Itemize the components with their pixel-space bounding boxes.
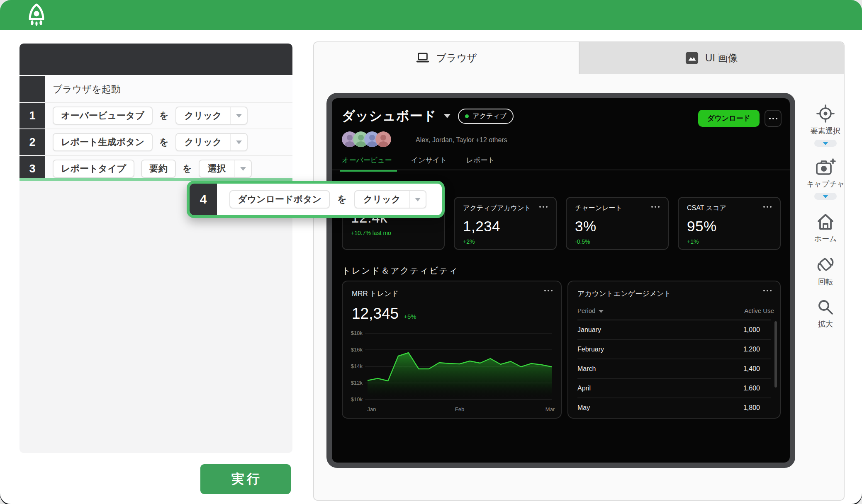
rocket-logo-icon: [25, 3, 48, 27]
rotate-icon: [815, 254, 836, 274]
period-cell: March: [577, 365, 596, 373]
download-button[interactable]: ダウンロード: [698, 110, 760, 127]
mrr-card-title: MRR トレンド: [352, 289, 552, 298]
svg-text:$16k: $16k: [351, 346, 363, 353]
tool-home[interactable]: ホーム: [814, 212, 837, 244]
card-more-button[interactable]: [763, 206, 772, 208]
action-caret-segment[interactable]: [409, 191, 426, 208]
action-select[interactable]: 選択: [199, 160, 252, 178]
collaborator-avatars: [342, 131, 387, 147]
tool-label: 回転: [818, 277, 833, 287]
tool-capture[interactable]: キャプチャ: [806, 158, 845, 189]
period-cell: January: [577, 326, 601, 334]
particle-text: を: [159, 109, 169, 122]
action-select[interactable]: クリック: [175, 107, 248, 125]
tab-ui-image-label: UI 画像: [705, 51, 738, 65]
period-cell: May: [577, 404, 590, 412]
svg-text:Jan: Jan: [368, 406, 376, 412]
table-row: May1,800: [577, 398, 771, 417]
action-label: クリック: [176, 107, 230, 124]
tool-zoom[interactable]: 拡大: [816, 298, 835, 329]
camera-plus-icon: [815, 158, 836, 177]
top-bar: [0, 0, 862, 30]
tab-ui-image[interactable]: UI 画像: [579, 42, 844, 74]
step-target-chip[interactable]: ダウンロードボタン: [229, 190, 330, 208]
step-target-chip[interactable]: レポートタイプ: [53, 160, 134, 178]
stat-value: 95%: [687, 218, 772, 235]
caret-down-icon: [240, 167, 246, 171]
action-caret-segment[interactable]: [234, 160, 251, 177]
step-target-chip[interactable]: オーバービュータブ: [53, 107, 153, 125]
mrr-trend-chart: $18k$16k$14k$12k$10kJanFebMar: [347, 329, 558, 415]
launch-row-number-cell: [19, 76, 45, 102]
action-caret-segment[interactable]: [230, 134, 247, 150]
card-more-button[interactable]: [763, 290, 772, 291]
caret-down-icon: [236, 114, 242, 118]
action-label: 選択: [200, 160, 234, 177]
caret-down-icon: [236, 141, 242, 144]
browser-frame: ダッシュボード アクティブ ダウンロード: [326, 93, 795, 468]
card-more-button[interactable]: [651, 206, 660, 208]
tool-column: 要素選択 キャプチャ ホーム: [803, 104, 845, 329]
tab-browser[interactable]: ブラウザ: [314, 42, 579, 74]
action-label: クリック: [176, 134, 230, 150]
active-users-cell: 1,400: [743, 365, 771, 373]
tool-select-element[interactable]: 要素選択: [811, 104, 840, 136]
blue-caret-down-icon: [823, 195, 828, 198]
stat-card-csat: CSAT スコア 95% +1%: [678, 197, 781, 250]
app-window: ブラウザを起動 1 オーバービュータブ を クリック 2 レポート生成ボタン を…: [0, 0, 862, 504]
step-target-chip[interactable]: レポート生成ボタン: [53, 133, 153, 151]
crosshair-icon: [816, 104, 835, 124]
tool-label: ホーム: [814, 234, 837, 244]
drop-indicator-line: [19, 178, 292, 181]
select-element-dropdown[interactable]: [814, 140, 837, 147]
stat-delta: -0.5%: [575, 238, 660, 245]
action-select[interactable]: クリック: [175, 133, 248, 151]
launch-row[interactable]: ブラウザを起動: [19, 75, 292, 102]
card-more-button[interactable]: [544, 290, 553, 291]
table-row: February1,200: [577, 340, 771, 359]
capture-dropdown[interactable]: [814, 193, 837, 200]
svg-text:Mar: Mar: [545, 406, 555, 412]
svg-text:$10k: $10k: [351, 396, 363, 402]
table-scrollbar[interactable]: [774, 321, 777, 388]
svg-text:$14k: $14k: [351, 363, 363, 369]
dragging-step-row[interactable]: 4 ダウンロードボタン を クリック: [187, 181, 445, 218]
mrr-trend-card: MRR トレンド 12,345 +5% $18k$16k$14k$12k$10k…: [342, 281, 562, 419]
engagement-card-title: アカウントエンゲージメント: [577, 289, 771, 298]
tabs-divider: [332, 170, 790, 170]
image-icon: [685, 51, 699, 65]
title-caret-down-icon[interactable]: [444, 114, 450, 118]
period-cell: February: [577, 346, 604, 353]
tool-label: 要素選択: [811, 126, 840, 136]
run-button[interactable]: 実行: [200, 464, 291, 494]
step-number: 1: [19, 103, 45, 128]
preview-tab-bar: ブラウザ UI 画像: [314, 42, 844, 74]
particle-text: を: [337, 193, 347, 206]
step-number: 4: [190, 184, 217, 215]
active-users-cell: 1,800: [743, 404, 771, 412]
action-select[interactable]: クリック: [354, 190, 426, 208]
column-period[interactable]: Period: [577, 307, 604, 314]
step-value-chip[interactable]: 要約: [141, 160, 176, 178]
card-more-button[interactable]: [539, 206, 548, 208]
stat-card-churn-rate: チャーンレート 3% -0.5%: [566, 197, 669, 250]
mrr-delta: +5%: [404, 313, 416, 320]
step-row-1[interactable]: 1 オーバービュータブ を クリック: [19, 102, 292, 128]
dashboard-title: ダッシュボード: [342, 107, 436, 125]
header-more-button[interactable]: [765, 110, 782, 127]
active-users-cell: 1,000: [743, 326, 771, 334]
tab-browser-label: ブラウザ: [436, 51, 477, 65]
particle-text: を: [159, 136, 169, 148]
stat-delta: +1%: [687, 238, 772, 245]
step-number: 2: [19, 129, 45, 155]
tool-rotate[interactable]: 回転: [815, 254, 836, 287]
laptop-icon: [416, 52, 430, 64]
svg-text:Feb: Feb: [455, 406, 464, 412]
script-panel-empty-area: [19, 181, 292, 453]
engagement-card: アカウントエンゲージメント Period Active Use January1…: [567, 281, 781, 419]
step-row-2[interactable]: 2 レポート生成ボタン を クリック: [19, 128, 292, 155]
table-row: March1,400: [577, 359, 771, 379]
stat-value: 3%: [575, 218, 660, 235]
action-caret-segment[interactable]: [230, 107, 247, 124]
